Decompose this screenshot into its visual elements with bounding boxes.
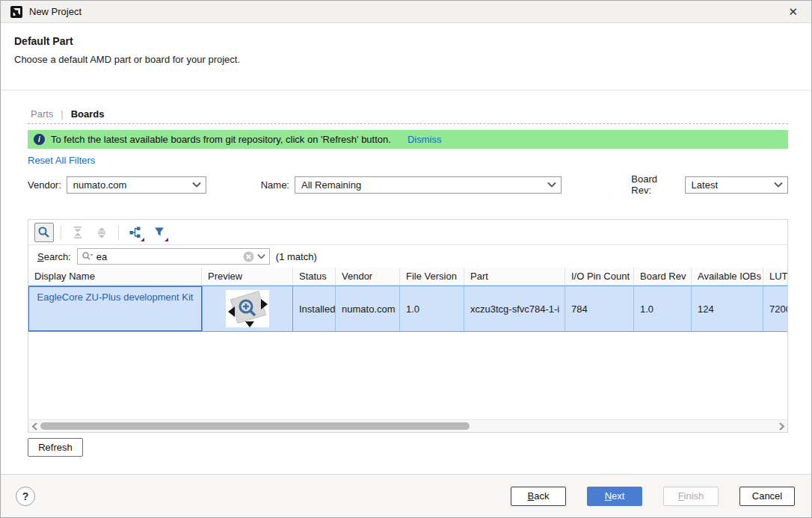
cell-status[interactable]: Installed (293, 286, 336, 331)
info-banner: i To fetch the latest available boards f… (28, 130, 788, 149)
tab-separator: | (61, 108, 63, 120)
boards-table-panel: Search: (1 match) (28, 219, 788, 433)
cell-board-rev[interactable]: 1.0 (634, 286, 692, 331)
column-header-preview[interactable]: Preview (202, 268, 293, 285)
finish-button[interactable]: Finish (663, 487, 719, 506)
name-label: Name: (261, 179, 289, 191)
collapse-all-icon (71, 226, 84, 239)
dismiss-link[interactable]: Dismiss (407, 134, 442, 145)
banner-text: To fetch the latest available boards fro… (51, 134, 391, 145)
search-options-icon (81, 251, 93, 262)
grid-empty-area (28, 332, 787, 419)
tab-boards[interactable]: Boards (71, 108, 105, 120)
page-subtitle: Choose a default AMD part or board for y… (14, 54, 798, 65)
search-label: Search: (37, 251, 71, 262)
grid-header-row: Display Name Preview Status Vendor File … (28, 268, 787, 286)
chevron-down-icon (547, 182, 556, 188)
scroll-left-arrow-icon[interactable] (29, 421, 40, 431)
dropdown-corner-triangle (164, 238, 168, 241)
column-header-available-iobs[interactable]: Available IOBs (692, 268, 763, 285)
board-preview-thumbnail[interactable] (226, 290, 269, 327)
cell-lut[interactable]: 7200 (763, 286, 787, 331)
chevron-down-icon (192, 182, 201, 188)
board-corner (228, 306, 235, 317)
vendor-value: numato.com (73, 179, 192, 191)
board-rev-label: Board Rev: (631, 173, 679, 196)
parts-boards-tabs: Parts | Boards (28, 107, 788, 120)
cell-part[interactable]: xczu3tcg-sfvc784-1-i (464, 286, 565, 331)
board-corner (261, 299, 268, 309)
boards-grid: Display Name Preview Status Vendor File … (28, 268, 787, 432)
column-header-board-rev[interactable]: Board Rev (634, 268, 692, 285)
board-corner (245, 321, 254, 327)
cell-io-pin-count[interactable]: 784 (565, 286, 634, 331)
search-toggle-button[interactable] (34, 223, 54, 242)
search-combo[interactable] (77, 248, 270, 265)
tab-parts[interactable]: Parts (31, 108, 53, 120)
collapse-all-button[interactable] (68, 223, 87, 242)
column-header-part[interactable]: Part (464, 268, 565, 285)
column-header-lut[interactable]: LUT (763, 268, 787, 285)
clear-search-icon[interactable] (243, 251, 254, 262)
window-title: New Project (29, 6, 81, 17)
dialog-body: Parts | Boards i To fetch the latest ava… (1, 90, 811, 474)
board-rev-select[interactable]: Latest (685, 176, 788, 194)
chevron-down-icon (774, 182, 783, 188)
match-count: (1 match) (276, 251, 317, 262)
cancel-button[interactable]: Cancel (739, 487, 795, 506)
filter-button[interactable] (150, 223, 169, 242)
new-project-dialog: New Project ✕ Default Part Choose a defa… (0, 0, 812, 518)
table-row-selected[interactable]: EagleCore ZU-Plus development Kit (28, 286, 787, 332)
column-header-file-version[interactable]: File Version (400, 268, 464, 285)
column-header-vendor[interactable]: Vendor (336, 268, 400, 285)
search-history-chevron-icon[interactable] (257, 253, 265, 259)
expand-all-icon (95, 226, 108, 239)
reset-all-filters-link[interactable]: Reset All Filters (28, 155, 95, 167)
back-button[interactable]: Back (511, 487, 566, 506)
board-rev-value: Latest (692, 179, 774, 191)
dropdown-corner-triangle (141, 238, 144, 241)
zoom-magnifier-icon (236, 297, 259, 320)
close-icon[interactable]: ✕ (784, 5, 802, 19)
cell-available-iobs[interactable]: 124 (692, 286, 763, 331)
table-toolbar (28, 220, 787, 245)
help-button[interactable]: ? (16, 487, 35, 506)
vendor-label: Vendor: (28, 179, 61, 191)
next-button[interactable]: Next (587, 487, 642, 506)
info-icon: i (34, 134, 45, 145)
dialog-footer: ? Back Next Finish Cancel (1, 474, 811, 517)
toolbar-separator (61, 225, 61, 240)
vendor-select[interactable]: numato.com (67, 176, 206, 194)
cell-preview[interactable] (202, 286, 293, 331)
search-row: Search: (1 match) (28, 245, 787, 268)
cell-file-version[interactable]: 1.0 (400, 286, 464, 331)
cell-display-name[interactable]: EagleCore ZU-Plus development Kit (28, 286, 202, 331)
column-header-display-name[interactable]: Display Name (28, 268, 202, 285)
expand-all-button[interactable] (92, 223, 111, 242)
toolbar-separator (118, 225, 119, 240)
cell-vendor[interactable]: numato.com (336, 286, 400, 331)
scrollbar-thumb[interactable] (40, 422, 470, 430)
search-icon (37, 226, 51, 239)
wizard-header: Default Part Choose a default AMD part o… (1, 23, 811, 90)
group-by-button[interactable] (126, 223, 145, 242)
title-bar: New Project ✕ (1, 1, 811, 23)
column-header-io-pin-count[interactable]: I/O Pin Count (565, 268, 634, 285)
column-header-status[interactable]: Status (293, 268, 336, 285)
search-input[interactable] (96, 251, 240, 262)
filter-row: Vendor: numato.com Name: All Remaining B… (28, 176, 788, 194)
wizard-buttons: Back Next Finish Cancel (511, 487, 795, 506)
name-select[interactable]: All Remaining (295, 176, 562, 194)
horizontal-scrollbar[interactable] (28, 419, 787, 432)
page-title: Default Part (14, 35, 798, 47)
scroll-right-arrow-icon[interactable] (776, 421, 787, 431)
dashed-divider (28, 123, 788, 124)
refresh-button[interactable]: Refresh (28, 438, 83, 457)
name-value: All Remaining (301, 179, 547, 191)
amd-vivado-logo-icon (10, 5, 23, 19)
